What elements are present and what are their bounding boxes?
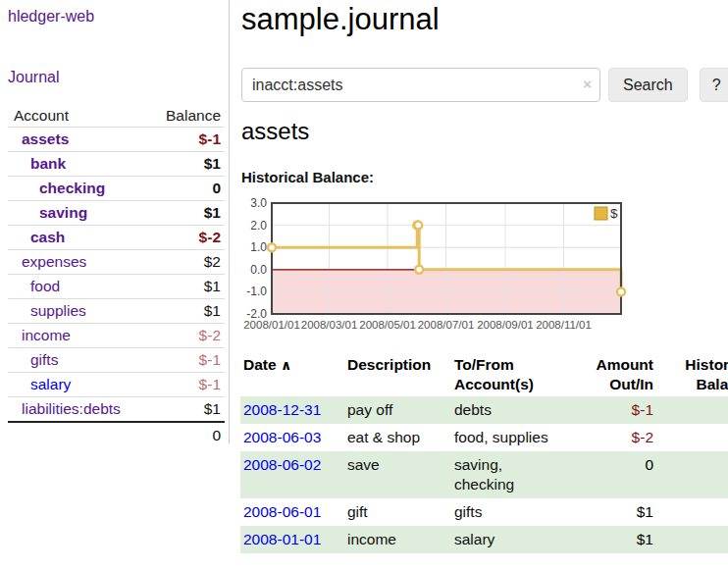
data-point xyxy=(268,243,276,251)
account-link[interactable]: gifts xyxy=(8,348,58,372)
account-balance: $-1 xyxy=(199,373,221,396)
transaction-accounts: food, supplies xyxy=(451,424,584,451)
account-link[interactable]: supplies xyxy=(8,299,86,323)
account-balance: $2 xyxy=(204,250,221,274)
account-row-assets: assets$-1 xyxy=(8,128,225,152)
transaction-amount: $1 xyxy=(584,498,656,526)
register-row: 2008-06-01giftgifts$1$2 xyxy=(240,498,728,526)
account-balance: $-2 xyxy=(199,324,221,347)
account-link[interactable]: liabilities:debts xyxy=(8,397,121,421)
search-input[interactable] xyxy=(241,68,600,102)
data-point xyxy=(415,266,423,274)
transaction-balance: $2 xyxy=(656,498,728,526)
account-link[interactable]: expenses xyxy=(8,250,86,274)
transaction-description: income xyxy=(344,526,451,553)
y-tick-label: 0.0 xyxy=(250,263,267,277)
account-heading: assets xyxy=(241,118,309,145)
account-balance: 0 xyxy=(212,177,221,200)
register-body: 2008-12-31pay offdebts$-1$-12008-06-03ea… xyxy=(240,396,728,553)
register-row: 2008-01-01incomesalary$1$1 xyxy=(240,526,728,553)
brand-link[interactable]: hledger-web xyxy=(8,8,94,26)
accounts-tree: Account Balance assets$-1bank$1checking0… xyxy=(8,104,225,447)
x-tick-label: 2008/01/01 xyxy=(243,319,300,331)
account-balance: $-2 xyxy=(199,226,221,249)
clear-search-icon[interactable]: × xyxy=(583,76,592,93)
transaction-accounts: salary xyxy=(451,526,584,553)
account-row-cash: cash$-2 xyxy=(8,226,225,250)
account-row-gifts: gifts$-1 xyxy=(8,348,225,373)
accounts-header-balance: Balance xyxy=(166,104,221,127)
account-row-income: income$-2 xyxy=(8,324,225,348)
account-balance: $-1 xyxy=(199,348,221,372)
account-link[interactable]: bank xyxy=(8,152,66,176)
transaction-amount: $1 xyxy=(584,526,656,553)
col-header-balance[interactable]: HistoricalBalance xyxy=(656,353,728,396)
account-balance: $1 xyxy=(204,275,221,298)
register-row: 2008-12-31pay offdebts$-1$-1 xyxy=(240,396,728,424)
y-tick-label: 2.0 xyxy=(250,219,267,233)
sidebar-divider xyxy=(229,0,230,443)
x-tick-label: 2008/05/01 xyxy=(359,319,416,331)
data-point xyxy=(617,287,625,295)
search-bar: × Search ? xyxy=(241,68,728,102)
account-row-supplies: supplies$1 xyxy=(8,299,225,324)
transaction-accounts: debts xyxy=(451,396,584,424)
transaction-description: pay off xyxy=(344,396,451,424)
account-balance: $1 xyxy=(204,152,221,176)
y-tick-label: -1.0 xyxy=(246,285,267,298)
register-header: Date ∧DescriptionTo/FromAccount(s)Amount… xyxy=(240,353,728,396)
account-row-liabilities-debts: liabilities:debts$1 xyxy=(8,397,225,421)
account-link[interactable]: saving xyxy=(8,201,87,225)
account-balance: $-1 xyxy=(199,128,221,151)
account-link[interactable]: assets xyxy=(8,128,69,151)
transaction-date-link[interactable]: 2008-12-31 xyxy=(240,396,344,424)
col-header-date[interactable]: Date ∧ xyxy=(240,353,344,396)
transaction-balance: $1 xyxy=(656,526,728,553)
x-tick-label: 2008/09/01 xyxy=(477,319,534,331)
legend-label: $ xyxy=(610,206,618,221)
col-header-description[interactable]: Description xyxy=(344,353,451,396)
transaction-balance: $2 xyxy=(656,451,728,498)
transaction-accounts: saving, checking xyxy=(451,451,584,498)
account-link[interactable]: salary xyxy=(8,373,71,396)
transaction-date-link[interactable]: 2008-06-02 xyxy=(240,451,344,498)
transaction-description: eat & shop xyxy=(344,424,451,451)
account-link[interactable]: food xyxy=(8,275,60,298)
account-link[interactable]: cash xyxy=(8,226,65,249)
accounts-total-value: 0 xyxy=(212,423,221,447)
transaction-date-link[interactable]: 2008-01-01 xyxy=(240,526,344,553)
x-tick-label: 2008/03/01 xyxy=(301,319,358,331)
x-tick-label: 2008/11/01 xyxy=(536,319,592,331)
account-link[interactable]: checking xyxy=(8,177,105,200)
transaction-accounts: gifts xyxy=(451,498,584,526)
account-link[interactable]: income xyxy=(8,324,71,347)
col-header-amount[interactable]: AmountOut/In xyxy=(584,353,656,396)
transaction-date-link[interactable]: 2008-06-03 xyxy=(240,424,344,451)
accounts-total-row: 0 xyxy=(8,421,225,447)
chart-title: Historical Balance: xyxy=(241,169,374,185)
account-row-expenses: expenses$2 xyxy=(8,250,225,275)
account-balance: $1 xyxy=(204,397,221,421)
x-tick-label: 2008/07/01 xyxy=(418,319,475,331)
account-row-saving: saving$1 xyxy=(8,201,225,226)
register-row: 2008-06-03eat & shopfood, supplies$-20 xyxy=(240,424,728,451)
accounts-header-account: Account xyxy=(14,104,69,127)
legend-swatch xyxy=(595,207,607,220)
page-title: sample.journal xyxy=(241,2,440,37)
y-tick-label: 3.0 xyxy=(250,198,267,210)
help-button[interactable]: ? xyxy=(700,68,728,102)
transaction-date-link[interactable]: 2008-06-01 xyxy=(240,498,344,526)
transaction-description: save xyxy=(344,451,451,498)
transaction-amount: $-2 xyxy=(584,424,656,451)
account-row-salary: salary$-1 xyxy=(8,373,225,397)
col-header-accounts[interactable]: To/FromAccount(s) xyxy=(451,353,584,396)
transaction-balance: $-1 xyxy=(656,396,728,424)
account-row-bank: bank$1 xyxy=(8,152,225,177)
accounts-tree-header: Account Balance xyxy=(8,104,225,128)
sort-asc-icon: ∧ xyxy=(281,357,291,373)
search-button[interactable]: Search xyxy=(608,68,688,102)
account-row-checking: checking0 xyxy=(8,177,225,201)
transaction-amount: 0 xyxy=(584,451,656,498)
transaction-amount: $-1 xyxy=(584,396,656,424)
sidebar-item-journal[interactable]: Journal xyxy=(8,69,59,86)
